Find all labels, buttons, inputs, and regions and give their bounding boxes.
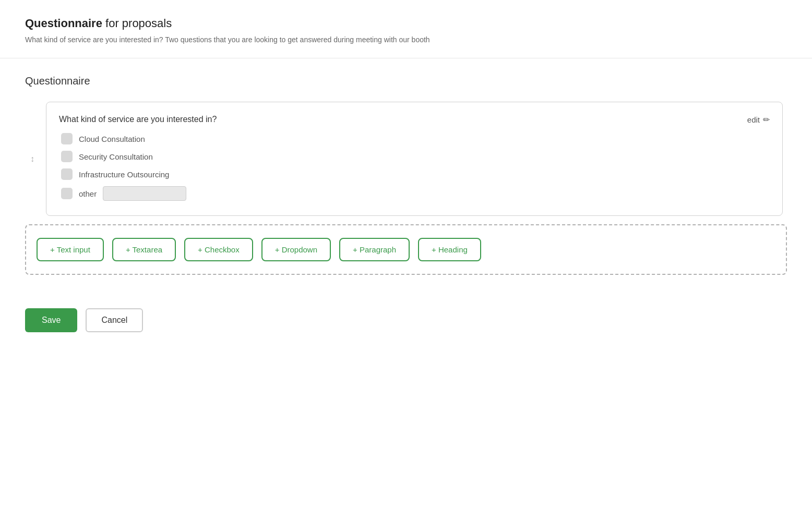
sort-handle[interactable]: ↕ [30, 154, 34, 164]
option-label-security: Security Consultation [79, 152, 153, 161]
question-card-header: What kind of service are you interested … [59, 115, 770, 125]
edit-label: edit [747, 115, 760, 124]
header-title-bold: Questionnaire [25, 17, 102, 30]
option-row-security: Security Consultation [61, 151, 770, 162]
add-textarea-button[interactable]: + Textarea [112, 238, 176, 261]
option-row-other: other [61, 186, 770, 201]
other-text-input[interactable] [103, 186, 186, 201]
page-container: Questionnaire for proposals What kind of… [0, 0, 812, 532]
checkbox-security[interactable] [61, 151, 73, 162]
option-label-cloud: Cloud Consultation [79, 135, 145, 143]
pencil-icon: ✏ [763, 115, 770, 125]
sort-icon: ↕ [30, 154, 34, 164]
option-label-other: other [79, 189, 97, 198]
option-row-cloud: Cloud Consultation [61, 133, 770, 144]
header-section: Questionnaire for proposals What kind of… [0, 0, 812, 58]
checkbox-other[interactable] [61, 188, 73, 199]
add-dropdown-button[interactable]: + Dropdown [261, 238, 331, 261]
header-subtitle: What kind of service are you interested … [25, 34, 787, 45]
add-buttons-container: + Text input + Textarea + Checkbox + Dro… [25, 224, 787, 275]
add-heading-button[interactable]: + Heading [418, 238, 481, 261]
cancel-button[interactable]: Cancel [86, 308, 143, 332]
option-row-infra: Infrastructure Outsourcing [61, 168, 770, 180]
add-checkbox-button[interactable]: + Checkbox [184, 238, 253, 261]
action-buttons: Save Cancel [25, 296, 787, 332]
options-list: Cloud Consultation Security Consultation… [59, 133, 770, 201]
section-title: Questionnaire [25, 75, 787, 87]
main-section: Questionnaire ↕ What kind of service are… [0, 58, 812, 349]
option-label-infra: Infrastructure Outsourcing [79, 170, 169, 179]
save-button[interactable]: Save [25, 308, 77, 332]
header-title: Questionnaire for proposals [25, 17, 787, 30]
checkbox-cloud[interactable] [61, 133, 73, 144]
add-text-input-button[interactable]: + Text input [37, 238, 104, 261]
header-title-rest: for proposals [102, 17, 172, 30]
question-card: What kind of service are you interested … [46, 102, 783, 216]
edit-button[interactable]: edit ✏ [747, 115, 770, 125]
add-paragraph-button[interactable]: + Paragraph [339, 238, 410, 261]
question-text: What kind of service are you interested … [59, 115, 217, 124]
checkbox-infra[interactable] [61, 168, 73, 180]
